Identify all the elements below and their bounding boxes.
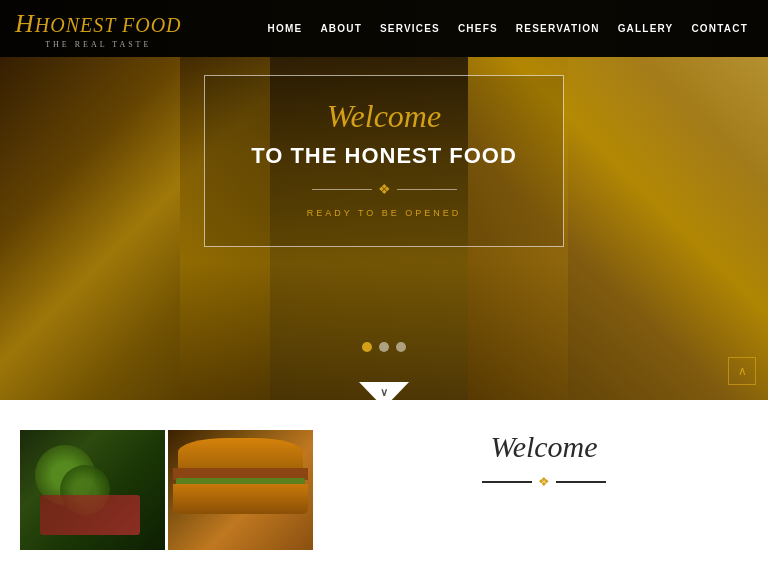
scroll-down-indicator[interactable]: ∨ xyxy=(359,382,409,576)
content-diamond-icon: ❖ xyxy=(538,474,550,490)
divider-line-left xyxy=(312,189,372,190)
nav-reservation[interactable]: RESERVATION xyxy=(516,23,600,34)
dot-1[interactable] xyxy=(362,342,372,352)
header: HHONEST FOOD THE REAL TASTE HOME ABOUT S… xyxy=(0,0,768,57)
hero-section: Welcome TO THE HONEST FOOD ❖ READY TO BE… xyxy=(0,0,768,400)
logo-title: HHONEST FOOD xyxy=(15,9,182,39)
hero-subtitle-text: READY TO BE OPENED xyxy=(235,208,533,218)
carousel-dots xyxy=(362,342,406,352)
hero-main-title: TO THE HONEST FOOD xyxy=(235,143,533,169)
content-divider-right xyxy=(556,481,606,483)
scroll-top-button[interactable]: ∧ xyxy=(728,357,756,385)
chevron-down-icon: ∨ xyxy=(380,386,388,399)
hero-content-box: Welcome TO THE HONEST FOOD ❖ READY TO BE… xyxy=(204,75,564,247)
food-image-right xyxy=(168,430,313,550)
dot-2[interactable] xyxy=(379,342,389,352)
divider-line-right xyxy=(397,189,457,190)
content-image-pair xyxy=(20,430,320,550)
chevron-up-icon: ∧ xyxy=(738,364,747,379)
content-divider-left xyxy=(482,481,532,483)
nav-services[interactable]: SERVICES xyxy=(380,23,440,34)
nav-chefs[interactable]: CHEFS xyxy=(458,23,498,34)
nav-gallery[interactable]: GALLERY xyxy=(618,23,674,34)
hero-welcome-text: Welcome xyxy=(235,98,533,135)
dot-3[interactable] xyxy=(396,342,406,352)
hero-divider: ❖ xyxy=(235,181,533,198)
nav-contact[interactable]: CONTACT xyxy=(691,23,748,34)
main-nav: HOME ABOUT SERVICES CHEFS RESERVATION GA… xyxy=(268,23,748,34)
nav-about[interactable]: ABOUT xyxy=(320,23,362,34)
diamond-icon: ❖ xyxy=(378,181,391,198)
nav-home[interactable]: HOME xyxy=(268,23,303,34)
food-image-left xyxy=(20,430,165,550)
logo: HHONEST FOOD THE REAL TASTE xyxy=(15,9,182,49)
logo-tagline: THE REAL TASTE xyxy=(15,40,182,49)
